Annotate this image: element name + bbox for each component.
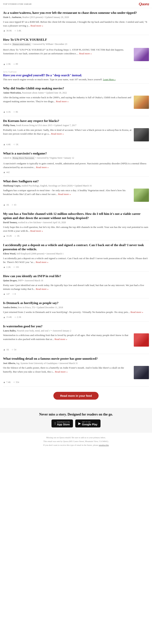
upvote-icon: ▲: [3, 29, 6, 32]
read-more-link[interactable]: Read more »: [36, 261, 48, 264]
page-header: TOP STORIES FOR SARAH Quora: [0, 0, 152, 8]
author-name: Phillip Yoon,: [3, 124, 16, 127]
story-stats: ▲ 2.2K○ 191: [3, 266, 149, 268]
story-title[interactable]: Do Koreans have any respect for blacks?: [3, 119, 149, 123]
read-more-link[interactable]: Read more »: [130, 311, 143, 314]
read-more-link[interactable]: Read more »: [56, 100, 68, 103]
unsubscribe-link[interactable]: unsubscribe: [99, 444, 109, 446]
story-item-vehicle: I accidentally put a deposit on a vehicl…: [3, 240, 149, 272]
story-meta: Sandra Detter, lives in Frisco, TX • Upd…: [3, 306, 149, 309]
author-name: Sandra Detter,: [3, 306, 17, 309]
upvote-count: ▲ 1K: [3, 348, 9, 351]
comment-count: ○ 8: [12, 292, 16, 296]
story-title[interactable]: Why did Studio Ghibli stop making movies…: [3, 86, 149, 90]
upvote-count: ▲ 4.4K: [3, 143, 11, 146]
topic-tag: Human mind readers: [12, 42, 31, 46]
comment-count: ○ 354: [14, 381, 19, 384]
story-item-infp: How can you identify an INFP in real lif…: [3, 272, 149, 298]
story-text: I accidentally put a deposit on a vehicl…: [3, 256, 149, 264]
story-title[interactable]: Is watermelon good for you?: [3, 324, 149, 328]
story-stats: ▲ 442: [3, 171, 149, 174]
comment-count: ○ 89: [14, 63, 18, 66]
ad-label: Ad by TradFinder: [3, 71, 149, 73]
upvote-icon: ▲: [3, 203, 6, 206]
story-image: [134, 48, 149, 61]
comment-count: ○ 86: [14, 110, 18, 114]
read-more-link[interactable]: Read more »: [30, 230, 43, 232]
story-title[interactable]: I accidentally put a deposit on a vehicl…: [3, 243, 149, 252]
upvote-count: ▲ 38.9K: [3, 29, 12, 32]
story-text: I truly hope this is a troll question, b…: [3, 225, 149, 233]
story-title[interactable]: What does Sadhguru eat?: [3, 179, 149, 184]
story-title[interactable]: Is Denmark as horrifying as people say?: [3, 301, 149, 305]
read-more-feed-button[interactable]: Read more in your feed: [53, 392, 99, 400]
feed-container: As a waiter/waitress, have you ever left…: [0, 8, 152, 406]
upvote-count: ▲ 10.2K: [3, 234, 12, 238]
story-image: [134, 366, 149, 379]
apple-icon: : [54, 422, 56, 426]
ad-learn-more-link[interactable]: Learn More »: [103, 78, 116, 81]
story-text: After declaring anime was a mistake back…: [3, 96, 132, 103]
story-item-ghibli: Why did Studio Ghibli stop making movies…: [3, 84, 149, 116]
read-more-link[interactable]: Read more »: [31, 24, 43, 27]
story-meta: David Toomey, worked in a few kitchens •…: [3, 221, 149, 224]
read-more-link[interactable]: Read more »: [54, 338, 67, 340]
author-name: Shubhangi Gupta,: [3, 184, 21, 187]
comment-icon: ○: [12, 348, 13, 351]
story-item-watermelon: Is watermelon good for you? Laura Bailey…: [3, 322, 149, 354]
story-content-row: Pretty sure I just identified one at wor…: [3, 284, 149, 291]
story-content-row: Probably not. Look at this one picture: …: [3, 128, 149, 142]
story-text: I was once tipped $7 on a $300 bill. Bef…: [3, 20, 149, 28]
story-title[interactable]: My son has a YouTube channel with 12 mil…: [3, 212, 149, 220]
upvote-icon: ▲: [3, 143, 6, 146]
ad-title[interactable]: Have you ever googled yourself? Do a "de…: [3, 74, 149, 77]
app-store-small-text: Download on the: [57, 421, 70, 423]
author-name: Laura Bailey,: [3, 330, 16, 332]
story-item-koreans: Do Koreans have any respect for blacks? …: [3, 116, 149, 149]
story-stats: ▲ 147○ 8: [3, 292, 149, 296]
comment-icon: ○: [15, 234, 16, 238]
story-meta: Quinn Draper, INFP • Answered March 16: [3, 279, 149, 282]
google-play-button[interactable]: ▶ GET IT ON Google Play: [75, 420, 101, 428]
ad-text: This new search engine reveals so much m…: [3, 78, 149, 82]
story-text: Here's How To "UN-F*CK YOURSELF" in Five…: [3, 48, 132, 56]
story-image: [134, 96, 149, 109]
story-title[interactable]: As a waiter/waitress, have you ever left…: [3, 11, 149, 15]
read-more-link[interactable]: Read more »: [51, 132, 64, 135]
story-meta: Laura Bailey, Nourish your body, mind, a…: [3, 329, 149, 332]
comment-icon: ○: [14, 63, 15, 66]
author-name: Anime Motivation,: [3, 92, 22, 94]
footer-info: Missing out on Quora emails? Be sure to …: [0, 433, 152, 450]
story-title[interactable]: What is a narcissist's endgame?: [3, 152, 149, 156]
read-more-link[interactable]: Read more »: [79, 52, 92, 55]
author-name: Quinn Draper,: [3, 279, 17, 282]
comment-count: ○ 191: [14, 266, 19, 268]
read-more-link[interactable]: Read more »: [36, 166, 49, 169]
quora-logo: Quora: [139, 2, 149, 6]
comment-icon: ○: [15, 29, 16, 32]
verified-badge: ✓: [49, 330, 51, 332]
story-image: [134, 333, 149, 346]
read-more-link[interactable]: Read more »: [36, 288, 48, 290]
google-play-icon: ▶: [78, 422, 81, 426]
story-title[interactable]: What troubling detail on a famous movie …: [3, 357, 149, 361]
story-text: I just returned from 2 weeks in Denmark …: [3, 310, 149, 314]
upvote-icon: ▲: [3, 266, 6, 268]
story-text: Sadhguru has a unique approach to meal t…: [3, 188, 132, 196]
upvote-count: ▲ 2.2K: [3, 266, 11, 268]
story-title[interactable]: How can you identify an INFP in real lif…: [3, 274, 149, 278]
google-play-name: Google Play: [82, 423, 98, 426]
comment-icon: ○: [12, 203, 13, 206]
story-meta: Ozzie L. Ausburne, Realtor (2015-present…: [3, 16, 149, 19]
read-more-link[interactable]: Read more »: [58, 193, 71, 196]
app-store-button[interactable]:  Download on the App Store: [51, 420, 73, 428]
upvote-count: ▲ 147: [3, 292, 10, 296]
read-more-link[interactable]: Read more »: [55, 370, 67, 373]
story-stats: ▲ 1K○ 54: [3, 348, 149, 351]
story-text: On the Silence of the Lambs poster, ther…: [3, 366, 132, 374]
story-text: Watermelon is a delicious and refreshing…: [3, 333, 132, 341]
story-title[interactable]: How To UN-F*CK YOURSELF: [3, 38, 149, 42]
footer-line2: This email was sent by Quora (605 Castro…: [3, 440, 149, 443]
author-name: Eileen Wood,: [3, 252, 16, 255]
comment-count: ○ 54: [12, 348, 16, 351]
